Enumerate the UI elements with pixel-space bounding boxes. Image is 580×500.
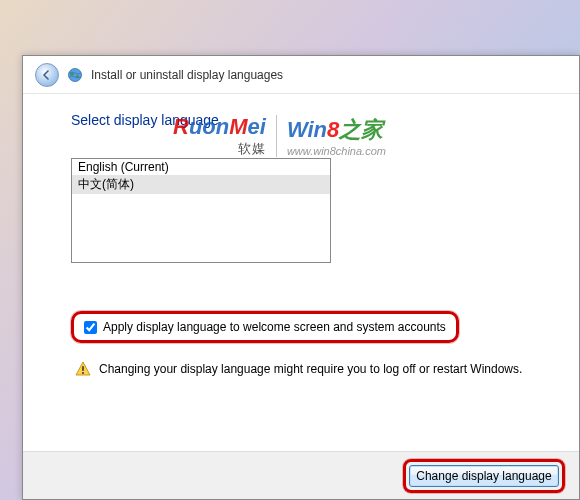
back-button[interactable] <box>35 63 59 87</box>
checkbox-label: Apply display language to welcome screen… <box>103 320 446 334</box>
page-heading: Select display language <box>71 112 549 128</box>
svg-point-4 <box>82 372 84 374</box>
globe-icon <box>67 67 83 83</box>
arrow-left-icon <box>42 70 52 80</box>
change-display-language-button[interactable]: Change display language <box>409 465 559 487</box>
list-item[interactable]: English (Current) <box>72 159 330 175</box>
warning-row: Changing your display language might req… <box>71 361 549 377</box>
warning-text: Changing your display language might req… <box>99 362 522 376</box>
list-item[interactable]: 中文(简体) <box>72 175 330 194</box>
dialog-window: Install or uninstall display languages S… <box>22 55 580 500</box>
language-listbox[interactable]: English (Current) 中文(简体) <box>71 158 331 263</box>
svg-rect-3 <box>82 366 84 371</box>
titlebar: Install or uninstall display languages <box>23 56 579 94</box>
svg-point-2 <box>76 75 79 77</box>
highlight-ring: Change display language <box>403 459 565 493</box>
warning-icon <box>75 361 91 377</box>
footer-bar: Change display language <box>23 451 579 499</box>
window-title: Install or uninstall display languages <box>91 68 283 82</box>
content-area: Select display language RuonMei 软媒 Win8之… <box>23 94 579 387</box>
svg-point-1 <box>70 72 74 75</box>
apply-to-welcome-checkbox-row[interactable]: Apply display language to welcome screen… <box>71 311 459 343</box>
apply-to-welcome-checkbox[interactable] <box>84 321 97 334</box>
